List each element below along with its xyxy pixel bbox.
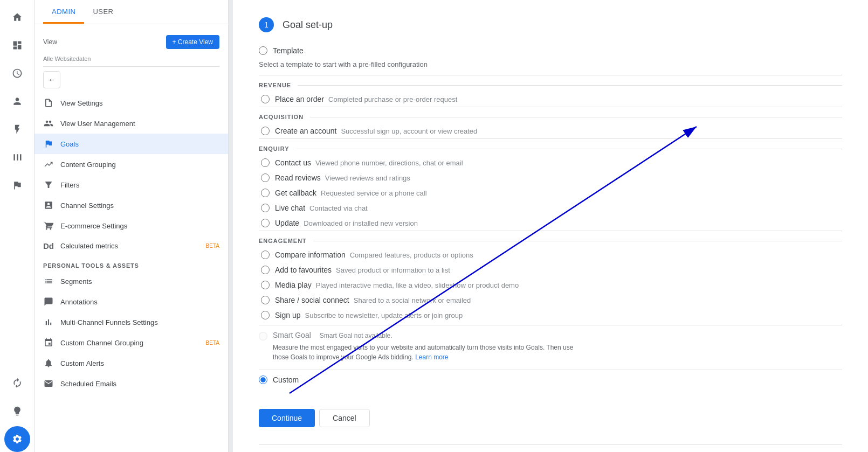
sidebar-item-scheduled-emails[interactable]: Scheduled Emails [35, 373, 228, 394]
sidebar-item-annotations[interactable]: Annotations [35, 291, 228, 312]
create-view-button[interactable]: + Create View [166, 35, 220, 49]
sidebar-item-goals[interactable]: Goals [35, 134, 228, 154]
goal-radio[interactable] [261, 311, 270, 319]
goal-add-favourites[interactable]: Add to favourites Saved product or infor… [259, 262, 842, 277]
goal-name: Get callback [275, 189, 316, 197]
sidebar-item-label: Channel Settings [60, 201, 219, 210]
smart-goal-radio [259, 332, 267, 340]
goal-name: Place an order [275, 95, 324, 103]
sidebar-item-channel-settings[interactable]: Channel Settings [35, 195, 228, 215]
goal-radio[interactable] [261, 251, 270, 259]
sidebar-item-segments[interactable]: Segments [35, 271, 228, 291]
goal-radio[interactable] [261, 296, 270, 304]
user-icon[interactable] [4, 88, 30, 114]
custom-option[interactable]: Custom [259, 370, 842, 390]
cart-icon [43, 221, 54, 231]
goal-name: Add to favourites [275, 266, 332, 274]
settings-icon[interactable] [4, 426, 30, 452]
tab-admin[interactable]: ADMIN [43, 0, 84, 24]
goal-radio[interactable] [261, 158, 270, 167]
goal-radio[interactable] [261, 127, 270, 135]
resize-handle[interactable] [229, 0, 233, 452]
segments-icon [43, 276, 54, 286]
goal-live-chat[interactable]: Live chat Contacted via chat [259, 200, 842, 215]
goal-radio[interactable] [261, 95, 270, 103]
goal-desc: Requested service or a phone call [321, 189, 427, 197]
sidebar-item-custom-channel[interactable]: Custom Channel Grouping BETA [35, 332, 228, 353]
back-button[interactable]: ← [43, 71, 60, 88]
sidebar-divider [43, 66, 219, 67]
goal-compare-info[interactable]: Compare information Compared features, p… [259, 247, 842, 262]
personal-tools-header: PERSONAL TOOLS & ASSETS [35, 256, 228, 271]
goal-get-callback[interactable]: Get callback Requested service or a phon… [259, 185, 842, 200]
goal-media-play[interactable]: Media play Played interactive media, lik… [259, 277, 842, 293]
calc-icon: Dd [43, 241, 54, 251]
sidebar-item-label: Segments [60, 277, 219, 286]
goal-name: Share / social connect [275, 296, 349, 304]
sidebar-item-calculated-metrics[interactable]: Dd Calculated metrics BETA [35, 236, 228, 256]
smart-goal-label: Smart Goal [273, 331, 311, 339]
content-panel: 1 Goal set-up Template Select a template… [233, 0, 868, 452]
goal-create-account[interactable]: Create an account Successful sign up, ac… [259, 123, 842, 138]
goal-desc: Contacted via chat [309, 204, 368, 212]
template-radio[interactable] [259, 46, 267, 55]
sidebar-view-header: View + Create View [35, 31, 228, 51]
tab-user[interactable]: USER [84, 0, 122, 24]
dashboard-icon[interactable] [4, 32, 30, 58]
home-icon[interactable] [4, 4, 30, 30]
template-option[interactable]: Template [259, 43, 842, 58]
sidebar-item-filters[interactable]: Filters [35, 175, 228, 195]
flag-icon[interactable] [4, 172, 30, 198]
continue-button[interactable]: Continue [259, 409, 315, 427]
sidebar-item-funnels[interactable]: Multi-Channel Funnels Settings [35, 312, 228, 332]
goal-sign-up[interactable]: Sign up Subscribe to newsletter, update … [259, 308, 842, 323]
doc-icon [43, 98, 54, 108]
goal-radio[interactable] [261, 266, 270, 274]
template-label: Template [273, 46, 304, 55]
admin-sidebar: ADMIN USER View + Create View Alle Websi… [35, 0, 229, 452]
goal-read-reviews[interactable]: Read reviews Viewed reviews and ratings [259, 170, 842, 185]
sidebar-item-view-settings[interactable]: View Settings [35, 93, 228, 113]
lightning-icon[interactable] [4, 116, 30, 142]
goal-update[interactable]: Update Downloaded or installed new versi… [259, 215, 842, 231]
view-label: View [43, 38, 57, 46]
recycle-icon[interactable] [4, 370, 30, 396]
category-enquiry: ENQUIRY [259, 138, 842, 155]
smart-goal-note: Smart Goal not available. [320, 332, 392, 339]
goal-place-order[interactable]: Place an order Completed purchase or pre… [259, 92, 842, 107]
goal-desc: Played interactive media, like a video, … [316, 281, 519, 289]
email-icon [43, 379, 54, 388]
clock-icon[interactable] [4, 60, 30, 86]
beta-badge: BETA [206, 340, 219, 346]
goal-radio[interactable] [261, 204, 270, 212]
content-icon [43, 159, 54, 169]
goal-social-connect[interactable]: Share / social connect Shared to a socia… [259, 293, 842, 308]
goal-radio[interactable] [261, 189, 270, 197]
goal-description-header: 2 Goal description [259, 444, 842, 452]
goal-desc: Completed purchase or pre-order request [328, 95, 457, 103]
goal-radio[interactable] [261, 173, 270, 182]
smart-goal-option: Smart Goal Smart Goal not available. Mea… [259, 325, 842, 367]
beta-badge: BETA [206, 243, 219, 249]
sidebar-item-label: Filters [60, 181, 219, 189]
goal-radio[interactable] [261, 281, 270, 289]
sidebar-item-content-grouping[interactable]: Content Grouping [35, 154, 228, 175]
cancel-button[interactable]: Cancel [319, 409, 370, 427]
columns-icon[interactable] [4, 144, 30, 170]
goal-radio[interactable] [261, 219, 270, 227]
learn-more-link[interactable]: Learn more [415, 353, 448, 361]
sidebar-content: View + Create View Alle Websitedaten ← V… [35, 24, 228, 452]
goal-name: Contact us [275, 158, 311, 167]
sidebar-item-ecommerce[interactable]: E-commerce Settings [35, 215, 228, 236]
goal-desc: Shared to a social network or emailed [354, 296, 471, 304]
lightbulb-icon[interactable] [4, 398, 30, 424]
annotations-icon [43, 297, 54, 307]
custom-radio[interactable] [259, 375, 267, 384]
sidebar-item-label: Multi-Channel Funnels Settings [60, 318, 219, 326]
alerts-icon [43, 358, 54, 368]
sidebar-item-label: Content Grouping [60, 161, 219, 169]
sidebar-item-user-management[interactable]: View User Management [35, 113, 228, 134]
sidebar-item-label: Goals [60, 140, 219, 148]
goal-contact-us[interactable]: Contact us Viewed phone number, directio… [259, 155, 842, 170]
sidebar-item-custom-alerts[interactable]: Custom Alerts [35, 353, 228, 373]
